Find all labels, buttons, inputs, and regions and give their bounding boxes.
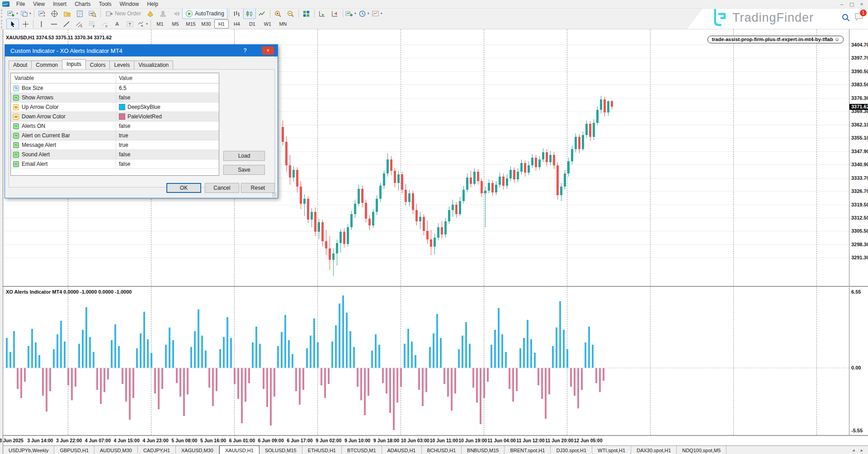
menu-tools[interactable]: Tools [95,0,116,8]
chart-tab-usdjpyb[interactable]: USDJPYb,Weekly [3,446,54,454]
chart-tab-adausd[interactable]: ADAUSD,H1 [382,446,422,454]
dialog-tab-visualization[interactable]: Visualization [134,61,173,69]
reset-button[interactable]: Reset [241,183,275,193]
menu-help[interactable]: Help [143,0,162,8]
toolbar-metaeditor-button[interactable] [144,8,157,19]
timeframe-m1-button[interactable]: M1 [153,19,167,28]
param-value-cell[interactable]: 6.5 [116,84,219,93]
toolbar-tile-windows-button[interactable] [300,8,313,19]
dialog-tab-common[interactable]: Common [31,61,62,69]
timeframe-h1-button[interactable]: H1 [214,19,229,28]
toolbar-candle-chart-button[interactable] [243,8,256,19]
toolbar-periods-button[interactable]: ▼ [358,8,371,19]
toolbar-market-watch-button[interactable] [36,8,48,19]
toolbar-chart-shift-button[interactable] [329,8,341,19]
param-row-sound-alert[interactable]: ~Sound Alertfalse [11,150,219,159]
toolbar-auto-scroll-button[interactable] [316,8,329,19]
toolbar-text-label-button[interactable]: T [123,19,136,29]
dropdown-caret-icon[interactable]: ▼ [29,12,32,15]
dropdown-caret-icon[interactable]: ▼ [16,12,19,15]
toolbar-zoom-in-button[interactable] [272,8,284,19]
chart-tab-bchusd[interactable]: BCHUSD,H1 [422,446,462,454]
menu-window[interactable]: Window [116,0,143,8]
timeframe-m30-button[interactable]: M30 [199,19,213,28]
search-icon[interactable] [842,14,850,22]
chart-tab-ndq100.spot[interactable]: NDQ100.spot,M5 [677,446,726,454]
toolbar-navigator-button[interactable] [48,8,61,19]
toolbar-hline-button[interactable] [47,19,60,29]
toolbar-grip[interactable] [1,20,5,28]
param-row-up-arrow-color[interactable]: Up Arrow ColorDeepSkyBlue [11,103,219,112]
tab-scroll-left-icon[interactable]: ◄ [851,448,855,453]
param-value-cell[interactable]: false [116,150,219,159]
param-row-message-alert[interactable]: ~Message Alerttrue [11,140,219,150]
chat-icon[interactable]: 1 [854,13,863,23]
toolbar-sounds-button[interactable] [170,8,182,19]
toolbar-fibo-fan-button[interactable]: F [98,19,111,29]
toolbar-profiles-button[interactable]: ▼ [19,8,33,19]
toolbar-cursor-button[interactable] [6,19,19,29]
indicator-axis[interactable]: 6.550.00-5.55 [849,287,868,435]
toolbar-shapes-button[interactable]: ▼ [136,19,149,29]
chart-tab-dj30.spot[interactable]: DJ30.spot,H1 [551,446,592,454]
load-button[interactable]: Load [223,151,265,161]
param-value-cell[interactable]: false [116,93,219,102]
ok-button[interactable]: OK [166,183,201,193]
menu-view[interactable]: View [29,0,49,8]
dropdown-caret-icon[interactable]: ▼ [146,23,148,25]
chart-tab-ethusd[interactable]: ETHUSD,H1 [302,446,342,454]
param-value-cell[interactable]: false [116,159,219,168]
toolbar-favorites-button[interactable] [61,8,74,19]
restore-window-icon[interactable]: ▢ [848,1,855,7]
toolbar-new-chart-button[interactable]: ▼ [6,8,19,19]
timeframe-h4-button[interactable]: H4 [230,19,244,28]
param-value-cell[interactable]: PaleVioletRed [116,112,219,121]
timeframe-mn-button[interactable]: MN [276,19,290,28]
toolbar-zoom-out-button[interactable] [284,8,297,19]
param-value-cell[interactable]: false [116,122,219,131]
chart-tab-gbpusd[interactable]: GBPUSD,H1 [54,446,94,454]
param-row-email-alert[interactable]: ~Email Alertfalse [11,159,219,169]
chart-tab-dax30.spot[interactable]: DAX30.spot,H1 [631,446,677,454]
toolbar-text-button[interactable]: A [111,19,123,29]
chart-tab-bnbusd[interactable]: BNBUSD,M15 [462,446,505,454]
toolbar-bars-chart-button[interactable] [231,8,243,19]
toolbar-line-chart-button[interactable] [256,8,269,19]
toolbar-tester-button[interactable] [86,8,99,19]
toolbar-autotrading-button[interactable]: AutoTrading [182,8,227,19]
dialog-tab-colors[interactable]: Colors [85,61,110,69]
timeframe-m5-button[interactable]: M5 [168,19,183,28]
dialog-help-button[interactable]: ? [241,47,249,54]
chart-tab-wti.spot[interactable]: WTI.spot,H1 [592,446,631,454]
dialog-tab-levels[interactable]: Levels [109,61,134,69]
dropdown-caret-icon[interactable]: ▼ [380,12,383,15]
indicator-panel[interactable]: XO Alerts Indicator MT4 0.0000 -1.0000 0… [3,287,849,435]
dialog-close-button[interactable]: × [262,47,274,55]
timeframe-d1-button[interactable]: D1 [245,19,259,28]
chart-tab-audusd[interactable]: AUDUSD,M30 [94,446,138,454]
toolbar-crosshair-button[interactable] [19,19,32,29]
time-axis[interactable]: 3 Jun 20253 Jun 14:003 Jun 22:004 Jun 07… [3,436,868,445]
param-value-cell[interactable]: true [116,131,219,140]
toolbar-new-order-button[interactable]: New Order [102,8,144,19]
tab-scroll-right-icon[interactable]: ► [860,448,864,453]
param-value-cell[interactable]: DeepSkyBlue [116,103,219,112]
chart-tab-xagusd[interactable]: XAGUSD,M30 [176,446,219,454]
price-axis[interactable]: 3404.703397.703390.503383.503376.303369.… [849,29,868,286]
toolbar-experts-button[interactable] [157,8,170,19]
cancel-button[interactable]: Cancel [205,183,239,193]
param-row-alert-on-current-bar[interactable]: ~Alert on Current Bartrue [11,131,219,140]
chart-tab-btcusd[interactable]: BTCUSD,M1 [342,446,382,454]
chart-tab-cadjpy[interactable]: CADJPY,H1 [138,446,176,454]
toolbar-fibo-button[interactable]: F [85,19,98,29]
dropdown-caret-icon[interactable]: ▼ [367,12,370,15]
toolbar-grip[interactable] [1,9,5,18]
dialog-tab-inputs[interactable]: Inputs [62,59,86,69]
menu-insert[interactable]: Insert [49,0,71,8]
close-window-icon[interactable]: × [858,1,865,7]
menu-file[interactable]: File [12,0,29,8]
minimize-window-icon[interactable]: – [838,1,845,7]
toolbar-indicators-button[interactable]: ▼ [344,8,358,19]
panel-separator[interactable] [3,286,868,287]
dialog-resize-grip[interactable] [272,192,277,197]
